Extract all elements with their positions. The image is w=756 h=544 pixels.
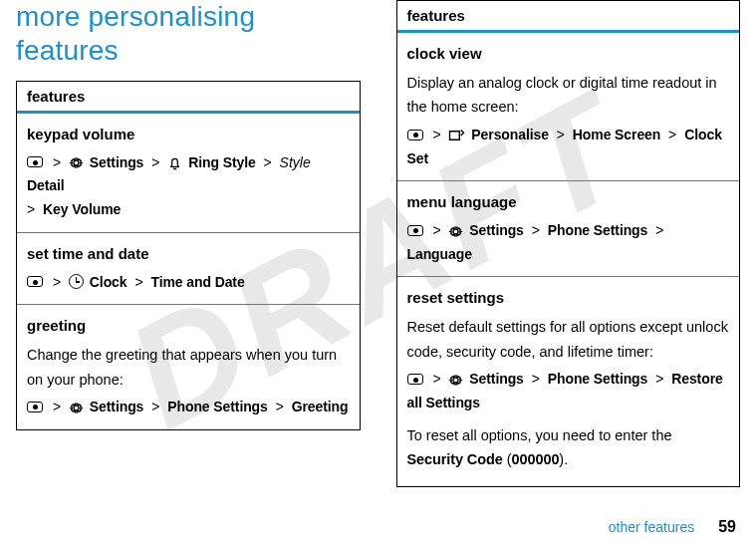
feature-path: > Settings > Phone Settings > Greeting	[27, 396, 350, 419]
gear-icon	[69, 155, 84, 170]
feature-desc: Reset default settings for all options e…	[407, 315, 730, 364]
feature-desc: Change the greeting that appears when yo…	[27, 343, 350, 392]
menu-key-icon	[407, 225, 423, 236]
chevron-right-icon: >	[668, 127, 676, 142]
feature-row: menu language > Settings > Phone Setting…	[397, 180, 740, 276]
post-text: ).	[559, 451, 568, 467]
feature-name: greeting	[27, 313, 350, 339]
gear-icon	[448, 224, 463, 239]
chevron-right-icon: >	[264, 154, 272, 170]
path-part: Personalise	[471, 127, 549, 142]
chevron-right-icon: >	[53, 274, 61, 290]
features-table-right: features clock view Display an analog cl…	[396, 0, 741, 487]
chevron-right-icon: >	[557, 127, 565, 142]
path-part: Clock	[90, 274, 127, 290]
features-header: features	[17, 82, 360, 113]
chevron-right-icon: >	[53, 399, 61, 414]
footer-page-number: 59	[718, 518, 736, 536]
features-table-left: features keypad volume > Settings > Ring…	[16, 81, 361, 430]
feature-name: keypad volume	[27, 122, 350, 147]
feature-path: > Clock > Time and Date	[27, 271, 350, 295]
left-column: more personalising features features key…	[16, 0, 361, 487]
gear-icon	[69, 401, 84, 415]
path-part: Greeting	[292, 399, 349, 414]
feature-row: greeting Change the greeting that appear…	[17, 304, 360, 429]
post-text: To reset all options, you need to enter …	[407, 427, 672, 443]
path-part: Settings	[90, 399, 143, 414]
feature-row: set time and date > Clock > Time and Dat…	[17, 232, 360, 304]
feature-path: > Settings > Phone Settings > Language	[407, 219, 730, 267]
chevron-right-icon: >	[655, 371, 663, 387]
feature-name: menu language	[407, 189, 730, 215]
chevron-right-icon: >	[432, 371, 440, 387]
feature-path: > Settings > Ring Style > Style Detail >…	[27, 151, 350, 222]
path-part: Home Screen	[573, 127, 660, 142]
path-part: Settings	[469, 222, 523, 238]
footer: other features 59	[609, 518, 736, 536]
menu-key-icon	[27, 156, 43, 167]
personalise-icon	[448, 129, 465, 142]
path-part: Detail	[27, 177, 65, 193]
gear-icon	[448, 373, 463, 388]
post-text: (	[503, 451, 512, 467]
menu-key-icon	[407, 374, 423, 385]
path-part: Language	[407, 246, 472, 262]
feature-name: reset settings	[407, 285, 730, 311]
chevron-right-icon: >	[532, 222, 540, 238]
path-part: Ring Style	[188, 154, 255, 170]
path-style-word: Style	[280, 154, 311, 170]
feature-row: keypad volume > Settings > Ring Style > …	[17, 113, 360, 232]
feature-post-desc: To reset all options, you need to enter …	[407, 423, 730, 472]
footer-label: other features	[609, 519, 694, 535]
chevron-right-icon: >	[432, 222, 440, 238]
features-header: features	[397, 1, 740, 32]
chevron-right-icon: >	[134, 274, 142, 290]
chevron-right-icon: >	[532, 371, 540, 387]
chevron-right-icon: >	[151, 154, 159, 170]
chevron-right-icon: >	[432, 127, 440, 142]
section-title: more personalising features	[16, 0, 361, 67]
feature-row: reset settings Reset default settings fo…	[397, 276, 740, 486]
chevron-right-icon: >	[655, 222, 663, 238]
feature-path: > Personalise > Home Screen > Clock Set	[407, 124, 730, 171]
right-column: features clock view Display an analog cl…	[396, 0, 741, 487]
path-part: Settings	[90, 154, 143, 170]
menu-key-icon	[27, 402, 43, 412]
feature-desc: Display an analog clock or digital time …	[407, 71, 730, 120]
page-columns: more personalising features features key…	[0, 0, 756, 487]
path-part: Phone Settings	[548, 222, 648, 238]
feature-row: clock view Display an analog clock or di…	[397, 32, 740, 180]
path-part: Phone Settings	[167, 399, 268, 414]
feature-name: set time and date	[27, 241, 350, 267]
clock-icon	[69, 274, 84, 289]
menu-key-icon	[407, 130, 423, 140]
chevron-right-icon: >	[27, 201, 35, 217]
chevron-right-icon: >	[151, 399, 159, 414]
chevron-right-icon: >	[276, 399, 284, 414]
post-bold: 000000	[512, 451, 560, 467]
path-part: Settings	[469, 371, 523, 387]
path-part: Phone Settings	[548, 371, 648, 387]
bell-icon	[167, 155, 182, 170]
menu-key-icon	[27, 276, 43, 287]
chevron-right-icon: >	[53, 154, 61, 170]
path-part: Key Volume	[43, 201, 121, 217]
post-bold: Security Code	[407, 451, 503, 467]
feature-name: clock view	[407, 41, 730, 67]
path-part: Time and Date	[150, 274, 244, 290]
feature-path: > Settings > Phone Settings > Restore al…	[407, 368, 730, 415]
